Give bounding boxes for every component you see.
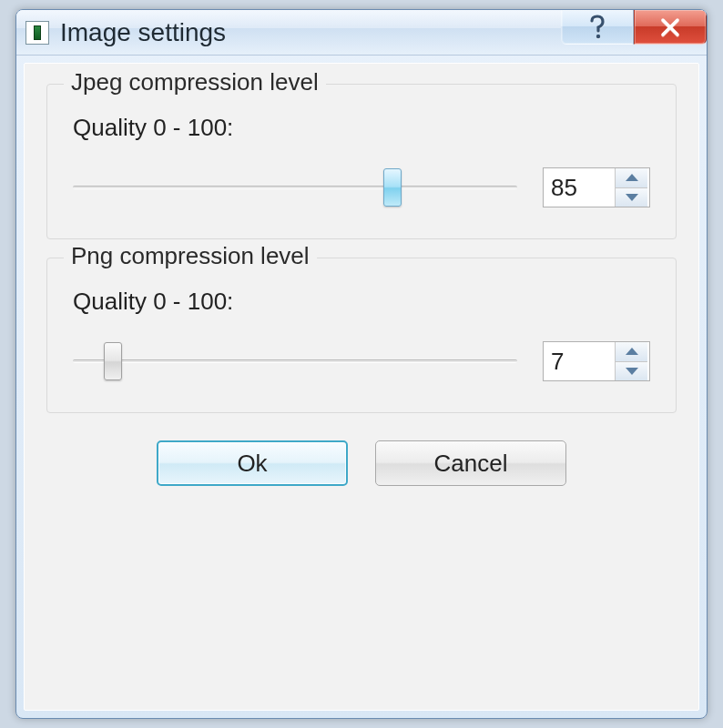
jpeg-compression-group: Jpeg compression level Quality 0 - 100: <box>46 84 677 239</box>
png-quality-slider[interactable] <box>73 343 517 379</box>
png-slider-thumb[interactable] <box>104 342 122 380</box>
jpeg-quality-label: Quality 0 - 100: <box>73 114 650 142</box>
png-quality-input[interactable] <box>544 342 615 380</box>
png-spin-up-button[interactable] <box>616 342 647 362</box>
jpeg-quality-input[interactable] <box>544 168 615 207</box>
app-icon <box>25 21 49 45</box>
cancel-button[interactable]: Cancel <box>375 440 566 486</box>
png-compression-group: Png compression level Quality 0 - 100: <box>46 258 677 413</box>
jpeg-slider-thumb[interactable] <box>383 168 402 207</box>
png-control-row <box>73 341 650 381</box>
svg-point-0 <box>596 34 600 37</box>
svg-marker-3 <box>626 348 638 355</box>
close-icon <box>659 16 681 38</box>
chevron-up-icon <box>626 174 638 181</box>
png-quality-spinbox <box>543 341 650 381</box>
titlebar: Image settings <box>16 10 707 56</box>
image-settings-dialog: Image settings Jpeg compression level Qu… <box>15 9 708 719</box>
svg-marker-2 <box>626 194 638 201</box>
help-icon <box>588 15 606 40</box>
svg-marker-1 <box>626 174 638 181</box>
png-quality-label: Quality 0 - 100: <box>73 288 650 316</box>
chevron-up-icon <box>626 348 638 355</box>
chevron-down-icon <box>626 368 638 375</box>
jpeg-control-row <box>73 167 650 207</box>
png-group-legend: Png compression level <box>64 242 317 270</box>
help-button[interactable] <box>561 10 634 45</box>
jpeg-spin-up-button[interactable] <box>616 168 647 188</box>
close-button[interactable] <box>634 10 707 45</box>
ok-button[interactable]: Ok <box>157 440 348 486</box>
chevron-down-icon <box>626 194 638 201</box>
jpeg-quality-spinbox <box>543 167 650 207</box>
svg-marker-4 <box>626 368 638 375</box>
dialog-button-row: Ok Cancel <box>46 431 677 490</box>
png-spin-down-button[interactable] <box>616 362 647 381</box>
jpeg-quality-slider[interactable] <box>73 169 517 206</box>
client-area: Jpeg compression level Quality 0 - 100: <box>24 63 699 711</box>
window-title: Image settings <box>60 18 226 47</box>
jpeg-group-legend: Jpeg compression level <box>64 68 326 96</box>
jpeg-spin-down-button[interactable] <box>616 188 647 207</box>
titlebar-controls <box>561 10 707 45</box>
